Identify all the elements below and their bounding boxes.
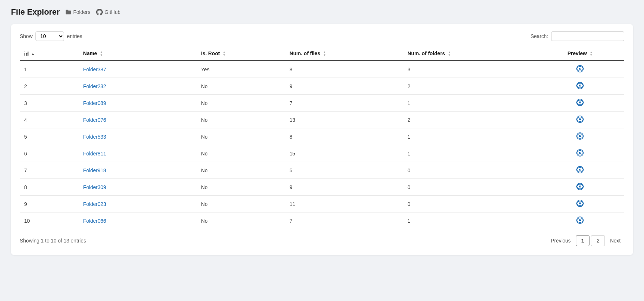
cell-numfiles: 9 <box>285 78 403 95</box>
cell-preview <box>536 61 624 78</box>
previous-button[interactable]: Previous <box>547 236 574 246</box>
github-nav-link[interactable]: GitHub <box>96 9 121 15</box>
table-row: 9Folder023No110 <box>20 196 624 212</box>
cell-name[interactable]: Folder066 <box>79 212 197 229</box>
table-row: 1Folder387Yes83 <box>20 61 624 78</box>
svg-point-19 <box>579 169 581 171</box>
cell-isroot: No <box>197 128 285 145</box>
preview-eye-icon[interactable] <box>576 132 584 140</box>
folders-nav-link[interactable]: Folders <box>65 9 90 15</box>
show-entries-control: Show 10 25 50 100 entries <box>20 31 82 41</box>
table-row: 6Folder811No151 <box>20 145 624 162</box>
preview-eye-icon[interactable] <box>576 216 584 224</box>
cell-name[interactable]: Folder309 <box>79 179 197 196</box>
search-input[interactable] <box>551 31 624 41</box>
svg-point-23 <box>580 186 581 187</box>
cell-name[interactable]: Folder811 <box>79 145 197 162</box>
entries-select[interactable]: 10 25 50 100 <box>35 31 64 41</box>
preview-eye-icon[interactable] <box>576 115 584 123</box>
app-container: File Explorer Folders GitHub Show 10 25 … <box>0 0 644 301</box>
name-sort-arrows: ▲ ▼ <box>100 51 103 57</box>
cell-numfolders: 1 <box>403 212 536 229</box>
table-row: 5Folder533No81 <box>20 128 624 145</box>
cell-id: 3 <box>20 95 79 112</box>
main-card: Show 10 25 50 100 entries Search: id <box>11 24 633 255</box>
show-label: Show <box>20 33 33 39</box>
header-row: id Name ▲ ▼ Is. Root ▲ ▼ <box>20 47 624 61</box>
cell-numfolders: 1 <box>403 128 536 145</box>
svg-point-8 <box>580 102 581 102</box>
cell-name[interactable]: Folder282 <box>79 78 197 95</box>
cell-id: 5 <box>20 128 79 145</box>
cell-preview <box>536 162 624 179</box>
preview-eye-icon[interactable] <box>576 199 584 207</box>
col-header-preview[interactable]: Preview ▲ ▼ <box>536 47 624 61</box>
cell-isroot: No <box>197 162 285 179</box>
cell-id: 9 <box>20 196 79 212</box>
cell-numfolders: 0 <box>403 179 536 196</box>
col-header-name[interactable]: Name ▲ ▼ <box>79 47 197 61</box>
sort-up-icon <box>31 53 34 55</box>
cell-numfiles: 11 <box>285 196 403 212</box>
col-header-id[interactable]: id <box>20 47 79 61</box>
col-header-isroot[interactable]: Is. Root ▲ ▼ <box>197 47 285 61</box>
cell-numfiles: 8 <box>285 61 403 78</box>
cell-numfiles: 5 <box>285 162 403 179</box>
preview-eye-icon[interactable] <box>576 149 584 157</box>
cell-numfolders: 0 <box>403 196 536 212</box>
folders-nav-label: Folders <box>73 9 90 15</box>
svg-point-4 <box>579 85 581 87</box>
cell-preview <box>536 212 624 229</box>
github-icon <box>96 9 103 15</box>
preview-eye-icon[interactable] <box>576 65 584 73</box>
search-area: Search: <box>531 31 624 41</box>
cell-numfolders: 1 <box>403 95 536 112</box>
svg-point-7 <box>579 102 581 104</box>
preview-eye-icon[interactable] <box>576 98 584 106</box>
preview-eye-icon[interactable] <box>576 183 584 191</box>
preview-sort-arrows: ▲ ▼ <box>590 51 592 57</box>
cell-id: 1 <box>20 61 79 78</box>
preview-eye-icon[interactable] <box>576 166 584 174</box>
cell-isroot: No <box>197 145 285 162</box>
svg-point-1 <box>579 68 581 70</box>
numfolders-sort-arrows: ▲ ▼ <box>448 51 451 57</box>
table-row: 7Folder918No50 <box>20 162 624 179</box>
cell-numfolders: 0 <box>403 162 536 179</box>
folder-icon <box>65 10 71 15</box>
controls-bottom: Showing 1 to 10 of 13 entries Previous 1… <box>20 235 624 246</box>
cell-numfolders: 3 <box>403 61 536 78</box>
cell-numfiles: 8 <box>285 128 403 145</box>
cell-isroot: No <box>197 212 285 229</box>
col-header-numfiles[interactable]: Num. of files ▲ ▼ <box>285 47 403 61</box>
cell-isroot: No <box>197 78 285 95</box>
cell-isroot: No <box>197 196 285 212</box>
cell-name[interactable]: Folder918 <box>79 162 197 179</box>
cell-name[interactable]: Folder089 <box>79 95 197 112</box>
preview-eye-icon[interactable] <box>576 82 584 90</box>
svg-point-13 <box>579 135 581 138</box>
cell-id: 4 <box>20 112 79 128</box>
header: File Explorer Folders GitHub <box>11 7 633 17</box>
cell-id: 10 <box>20 212 79 229</box>
controls-top: Show 10 25 50 100 entries Search: <box>20 31 624 41</box>
next-button[interactable]: Next <box>606 236 624 246</box>
page-title: File Explorer <box>11 7 60 17</box>
svg-point-10 <box>579 118 581 121</box>
table-row: 2Folder282No92 <box>20 78 624 95</box>
cell-name[interactable]: Folder533 <box>79 128 197 145</box>
cell-numfiles: 7 <box>285 212 403 229</box>
page-1-button[interactable]: 1 <box>576 235 590 246</box>
col-header-numfolders[interactable]: Num. of folders ▲ ▼ <box>403 47 536 61</box>
cell-numfiles: 9 <box>285 179 403 196</box>
cell-name[interactable]: Folder387 <box>79 61 197 78</box>
pagination: Previous 1 2 Next <box>547 235 624 246</box>
svg-point-29 <box>580 219 581 220</box>
cell-preview <box>536 179 624 196</box>
cell-name[interactable]: Folder076 <box>79 112 197 128</box>
page-2-button[interactable]: 2 <box>591 235 605 246</box>
svg-point-17 <box>580 152 581 153</box>
table-row: 4Folder076No132 <box>20 112 624 128</box>
cell-name[interactable]: Folder023 <box>79 196 197 212</box>
svg-point-22 <box>579 186 581 188</box>
